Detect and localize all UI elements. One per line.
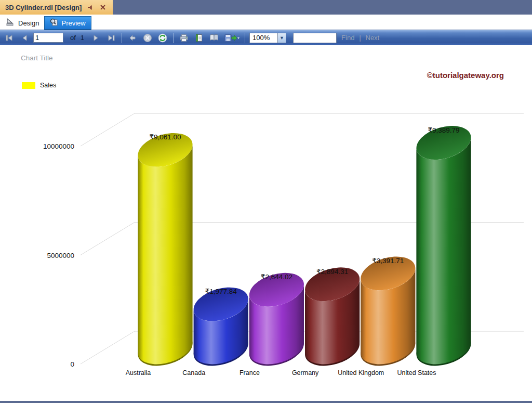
tab-preview-label: Preview [61, 19, 85, 27]
x-axis-label-germany: Germany [292, 369, 319, 376]
watermark-text: ©tutorialgateway.org [427, 71, 504, 80]
page-number-input[interactable] [33, 33, 63, 43]
document-tab[interactable]: 3D Cylinder.rdl [Design] [0, 0, 113, 15]
window-bottom-edge [0, 401, 532, 403]
x-axis-label-canada: Canada [182, 369, 205, 376]
toolbar-separator [245, 33, 245, 43]
legend-label-sales: Sales [40, 82, 56, 89]
cylinder-canada: ₹1,977.84 [190, 281, 252, 371]
print-button[interactable] [178, 32, 190, 44]
report-preview-area: 0500000010000000₹9,061.00Australia₹1,977… [0, 45, 532, 401]
y-axis-tick-label: 5000000 [47, 252, 74, 259]
design-ruler-icon [6, 18, 15, 28]
y-axis-tick-label: 0 [70, 360, 74, 368]
of-label: of [70, 34, 76, 42]
next-link[interactable]: Next [366, 34, 380, 42]
chart-title: Chart Title [21, 54, 53, 62]
cylinder-united-states: ₹9,389.79 [413, 120, 475, 372]
zoom-dropdown-button[interactable]: ▼ [277, 33, 286, 43]
pin-icon[interactable] [87, 4, 94, 11]
first-page-button[interactable] [3, 32, 16, 44]
page-total-label: 1 [81, 34, 84, 42]
find-link[interactable]: Find [341, 34, 354, 42]
cylinder-france: ₹2,644.02 [245, 267, 308, 371]
cylinder-chart: 0500000010000000₹9,061.00Australia₹1,977… [0, 45, 532, 401]
cylinder-australia: ₹9,061.00 [134, 127, 196, 372]
close-icon[interactable] [99, 4, 107, 11]
value-label-australia: ₹9,061.00 [149, 133, 181, 141]
value-label-united-states: ₹9,389.79 [428, 126, 459, 134]
report-toolbar: of 1 [0, 30, 532, 45]
next-page-button[interactable] [90, 32, 102, 44]
tab-design-label: Design [18, 19, 39, 27]
preview-magnifier-icon [50, 18, 58, 28]
gridline-depth [81, 223, 135, 255]
x-axis-label-australia: Australia [126, 369, 151, 376]
x-axis-label-united-kingdom: United Kingdom [338, 369, 384, 376]
value-label-canada: ₹1,977.84 [205, 288, 237, 295]
value-label-germany: ₹2,894.31 [316, 268, 348, 276]
value-label-united-kingdom: ₹3,391.71 [372, 257, 404, 265]
find-next-separator: | [359, 34, 361, 42]
find-input[interactable] [293, 33, 337, 43]
document-tab-title: 3D Cylinder.rdl [Design] [5, 4, 82, 11]
previous-page-button[interactable] [18, 32, 31, 44]
zoom-combobox[interactable]: 100% ▼ [249, 33, 286, 43]
view-tab-strip: Design Preview [0, 15, 532, 30]
x-axis-label-france: France [240, 369, 260, 376]
page-setup-button[interactable] [208, 32, 220, 44]
y-axis-tick-label: 10000000 [43, 142, 74, 150]
toolbar-separator [122, 33, 122, 43]
document-tab-strip: 3D Cylinder.rdl [Design] [0, 0, 532, 15]
toolbar-separator [173, 33, 174, 43]
stop-button[interactable] [141, 32, 154, 44]
legend-swatch-sales [22, 82, 35, 89]
cylinder-united-kingdom: ₹3,391.71 [357, 251, 419, 372]
back-button[interactable] [126, 32, 139, 44]
chart-legend: Sales [22, 82, 56, 89]
x-axis-label-united-states: United States [397, 369, 436, 376]
tab-design[interactable]: Design [1, 16, 44, 30]
export-button[interactable] [223, 32, 241, 44]
gridline-depth [81, 113, 135, 146]
refresh-button[interactable] [156, 32, 169, 44]
last-page-button[interactable] [105, 32, 117, 44]
value-label-france: ₹2,644.02 [261, 273, 292, 281]
tab-preview[interactable]: Preview [44, 16, 91, 30]
cylinder-germany: ₹2,894.31 [301, 262, 363, 372]
print-layout-button[interactable] [193, 32, 205, 44]
zoom-value: 100% [249, 33, 277, 43]
gridline-depth [81, 331, 135, 364]
